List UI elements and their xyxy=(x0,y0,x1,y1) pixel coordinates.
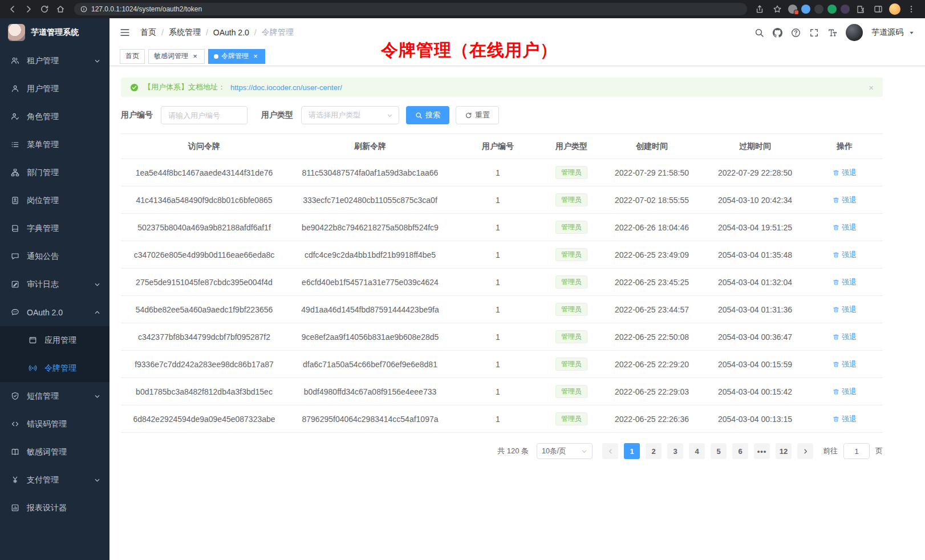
sidebar-item-label: 审计日志 xyxy=(27,279,59,290)
browser-home-icon[interactable] xyxy=(52,2,68,17)
extension-icon-5[interactable] xyxy=(841,5,850,14)
browser-profile-avatar[interactable] xyxy=(889,3,900,15)
refresh-token-cell: 49d1aa46d1454fbd87591444423be9fa xyxy=(287,296,453,323)
browser-toolbar: 127.0.0.1:1024/system/oauth2/token xyxy=(0,0,925,18)
sidebar-item-report[interactable]: 报表设计器 xyxy=(0,494,109,522)
access-token-cell: 275e5de9151045fe87cbdc395e004f4d xyxy=(121,269,287,296)
tab-sensitive-word[interactable]: 敏感词管理× xyxy=(148,49,205,64)
bookmark-star-icon[interactable] xyxy=(770,2,784,17)
tab-home[interactable]: 首页 xyxy=(120,49,145,64)
user-type-badge: 管理员 xyxy=(555,166,587,179)
sidebar-item-user[interactable]: 用户管理 xyxy=(0,75,109,103)
user-name[interactable]: 芋道源码 xyxy=(871,27,903,38)
extension-icon-2[interactable] xyxy=(801,5,810,14)
goto-page-input[interactable] xyxy=(843,443,870,459)
share-icon[interactable] xyxy=(753,2,766,17)
sidebar-item-audit-log[interactable]: 审计日志 xyxy=(0,270,109,298)
browser-reload-icon[interactable] xyxy=(36,2,52,17)
extension-icon-1[interactable] xyxy=(788,5,797,14)
page-button-5[interactable]: 5 xyxy=(711,443,727,459)
sidebar-item-label: 租户管理 xyxy=(27,56,59,66)
sidebar-item-label: 角色管理 xyxy=(27,112,59,122)
page-size-select[interactable]: 10条/页 xyxy=(537,443,593,459)
breadcrumb-item-system[interactable]: 系统管理 xyxy=(169,27,201,38)
extension-icon-4[interactable] xyxy=(827,5,837,14)
force-logout-button[interactable]: 强退 xyxy=(833,195,857,205)
force-logout-button[interactable]: 强退 xyxy=(833,222,857,233)
close-icon[interactable]: × xyxy=(251,52,259,60)
sidebar-item-post[interactable]: 岗位管理 xyxy=(0,186,109,214)
search-button[interactable]: 搜索 xyxy=(406,106,449,124)
next-page-button[interactable] xyxy=(797,443,813,459)
sidebar-item-notice[interactable]: 通知公告 xyxy=(0,242,109,270)
content: 【用户体系】文档地址： https://doc.iocoder.cn/user-… xyxy=(109,66,925,560)
extension-icon-3[interactable] xyxy=(814,5,823,14)
force-logout-button[interactable]: 强退 xyxy=(833,168,857,178)
side-panel-icon[interactable] xyxy=(871,2,885,17)
sidebar-item-dict[interactable]: 字典管理 xyxy=(0,214,109,242)
close-icon[interactable]: × xyxy=(191,52,199,60)
force-logout-button[interactable]: 强退 xyxy=(833,359,857,370)
tab-token[interactable]: 令牌管理× xyxy=(208,49,265,64)
page-button-4[interactable]: 4 xyxy=(689,443,705,459)
browser-back-icon[interactable] xyxy=(5,2,21,17)
page-button-2[interactable]: 2 xyxy=(646,443,662,459)
help-icon[interactable] xyxy=(791,28,801,38)
prev-page-button[interactable] xyxy=(602,443,618,459)
breadcrumb-item-oauth2[interactable]: OAuth 2.0 xyxy=(213,28,249,37)
github-icon[interactable] xyxy=(773,28,782,38)
user-avatar[interactable] xyxy=(846,24,863,41)
browser-forward-icon[interactable] xyxy=(21,2,36,17)
page-button-12[interactable]: 12 xyxy=(776,443,792,459)
breadcrumb-item-home[interactable]: 首页 xyxy=(140,27,156,38)
sidebar-item-sms[interactable]: 短信管理 xyxy=(0,382,109,410)
collapse-sidebar-icon[interactable] xyxy=(120,27,130,38)
force-logout-button[interactable]: 强退 xyxy=(833,414,857,424)
extensions-puzzle-icon[interactable] xyxy=(854,2,867,17)
force-logout-button[interactable]: 强退 xyxy=(833,387,857,397)
user-type-select[interactable]: 请选择用户类型 xyxy=(301,106,399,124)
sidebar-item-dept[interactable]: 部门管理 xyxy=(0,159,109,186)
caret-down-icon[interactable] xyxy=(908,30,915,36)
page-button-1[interactable]: 1 xyxy=(624,443,640,459)
sidebar-item-sensitive-word[interactable]: 敏感词管理 xyxy=(0,438,109,466)
breadcrumb-separator: / xyxy=(161,28,164,37)
user-id-input[interactable] xyxy=(161,106,248,124)
alert-link[interactable]: https://doc.iocoder.cn/user-center/ xyxy=(230,83,342,92)
sidebar-item-error-code[interactable]: 错误码管理 xyxy=(0,410,109,438)
sidebar-item-pay[interactable]: 支付管理 xyxy=(0,466,109,494)
sidebar-item-label: 岗位管理 xyxy=(27,196,59,206)
font-size-icon[interactable] xyxy=(827,28,837,38)
force-logout-button[interactable]: 强退 xyxy=(833,250,857,260)
post-icon xyxy=(10,196,19,205)
app-logo[interactable]: 芋道管理系统 xyxy=(0,18,109,47)
user-type-badge: 管理员 xyxy=(555,385,587,398)
sidebar-item-oauth2-token[interactable]: 令牌管理 xyxy=(0,354,109,382)
sidebar-item-label: 短信管理 xyxy=(27,391,59,401)
reset-button[interactable]: 重置 xyxy=(456,106,499,124)
sidebar-item-menu[interactable]: 菜单管理 xyxy=(0,131,109,159)
more-pages-button[interactable]: ••• xyxy=(754,443,770,459)
breadcrumb-item-token: 令牌管理 xyxy=(262,27,294,38)
search-icon[interactable] xyxy=(754,28,764,38)
sidebar-item-oauth2[interactable]: OAuth 2.0 xyxy=(0,298,109,326)
refresh-token-cell: b0df4980ffd34c67a08f9156e4eee733 xyxy=(287,378,453,405)
fullscreen-icon[interactable] xyxy=(809,28,819,38)
page-button-6[interactable]: 6 xyxy=(732,443,748,459)
sidebar-item-role[interactable]: 角色管理 xyxy=(0,103,109,131)
sidebar-item-tenant[interactable]: 租户管理 xyxy=(0,47,109,75)
page-button-3[interactable]: 3 xyxy=(667,443,683,459)
tenant-icon xyxy=(10,56,19,66)
force-logout-button[interactable]: 强退 xyxy=(833,277,857,287)
tab-label: 令牌管理 xyxy=(221,51,249,61)
refresh-token-cell: dfa6c71a50a54c66bef706ef9e6e8d81 xyxy=(287,351,453,378)
user-id-cell: 1 xyxy=(453,323,543,351)
address-bar[interactable]: 127.0.0.1:1024/system/oauth2/token xyxy=(74,3,747,15)
sidebar-item-oauth2-app[interactable]: 应用管理 xyxy=(0,326,109,354)
close-icon[interactable]: × xyxy=(869,83,874,92)
force-logout-label: 强退 xyxy=(842,277,857,287)
force-logout-button[interactable]: 强退 xyxy=(833,332,857,342)
browser-menu-icon[interactable] xyxy=(904,2,918,17)
logo-avatar xyxy=(8,24,25,41)
force-logout-button[interactable]: 强退 xyxy=(833,305,857,315)
